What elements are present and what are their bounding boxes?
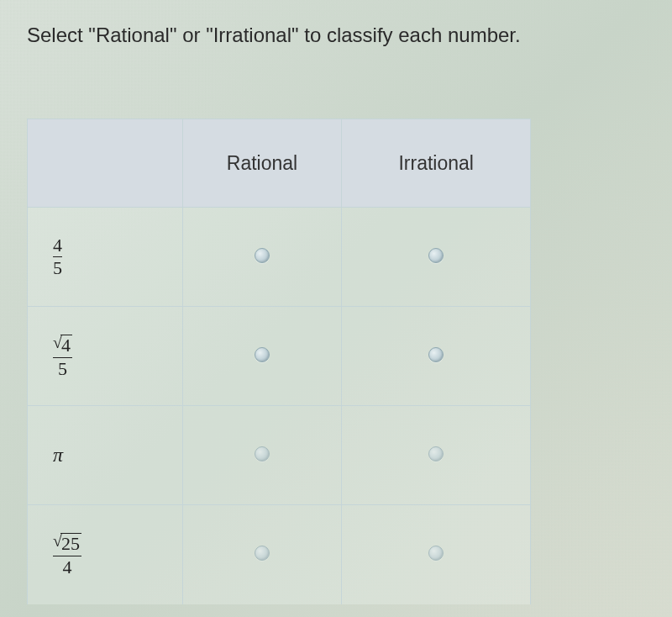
- irrational-option[interactable]: [342, 208, 531, 307]
- header-empty: [28, 119, 183, 208]
- rational-option[interactable]: [182, 208, 342, 307]
- irrational-option[interactable]: [342, 505, 531, 604]
- fraction-sqrt25-4: √ 25 4: [53, 532, 81, 577]
- sqrt-expression: √ 4: [53, 335, 72, 356]
- radio-icon: [428, 446, 444, 461]
- sqrt-icon: √: [53, 334, 62, 351]
- fraction-sqrt4-5: √ 4 5: [53, 334, 72, 378]
- question-prompt: Select "Rational" or "Irrational" to cla…: [27, 24, 645, 47]
- rational-option[interactable]: [182, 406, 342, 505]
- rational-option[interactable]: [182, 505, 342, 604]
- fraction-4-5: 4 5: [53, 236, 62, 277]
- rational-option[interactable]: [182, 307, 342, 406]
- radio-icon: [428, 546, 444, 561]
- pi-symbol: π: [53, 444, 63, 466]
- question-page: Select "Rational" or "Irrational" to cla…: [0, 0, 672, 617]
- irrational-option[interactable]: [342, 307, 531, 406]
- table-row: π: [28, 406, 531, 505]
- radio-icon: [255, 546, 270, 561]
- header-irrational: Irrational: [342, 119, 531, 208]
- expression-cell: √ 25 4: [28, 505, 183, 604]
- radio-icon: [255, 347, 270, 362]
- header-rational: Rational: [182, 119, 342, 208]
- table-row: √ 25 4: [28, 505, 531, 604]
- table-header-row: Rational Irrational: [28, 119, 531, 208]
- sqrt-expression: √ 25: [53, 533, 81, 554]
- sqrt-icon: √: [53, 532, 62, 549]
- classification-table: Rational Irrational 4 5: [27, 119, 531, 604]
- expression-cell: √ 4 5: [28, 307, 183, 406]
- table-row: √ 4 5: [28, 307, 531, 406]
- irrational-option[interactable]: [342, 406, 531, 505]
- radio-icon: [428, 248, 444, 263]
- radio-icon: [428, 347, 444, 362]
- expression-cell: 4 5: [28, 208, 183, 307]
- expression-cell: π: [28, 406, 183, 505]
- radio-icon: [255, 248, 270, 263]
- radio-icon: [255, 446, 270, 461]
- table-row: 4 5: [28, 208, 531, 307]
